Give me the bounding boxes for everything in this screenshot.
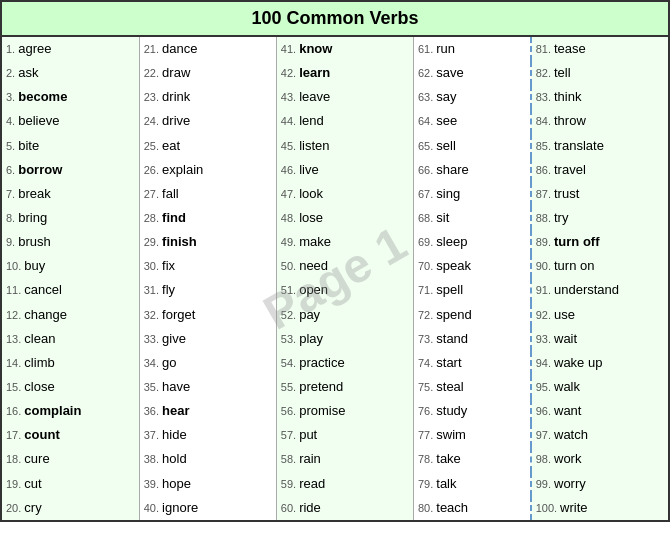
verb-number: 86.: [536, 164, 554, 176]
verb-label: try: [554, 210, 568, 225]
table-cell: 37. hide: [139, 423, 276, 447]
table-cell: 64. see: [413, 109, 530, 133]
verb-label: open: [299, 282, 328, 297]
verb-number: 25.: [144, 140, 162, 152]
verb-label: drink: [162, 89, 190, 104]
verb-label: change: [24, 307, 67, 322]
table-cell: 18. cure: [2, 447, 139, 471]
verb-number: 73.: [418, 333, 436, 345]
verb-number: 24.: [144, 115, 162, 127]
verb-label: wait: [554, 331, 577, 346]
verb-number: 77.: [418, 429, 436, 441]
verb-label: sing: [436, 186, 460, 201]
verb-label: eat: [162, 138, 180, 153]
verb-label: need: [299, 258, 328, 273]
table-cell: 59. read: [276, 472, 413, 496]
verb-number: 39.: [144, 478, 162, 490]
verb-label: talk: [436, 476, 456, 491]
verb-number: 94.: [536, 357, 554, 369]
verb-label: worry: [554, 476, 586, 491]
table-cell: 46. live: [276, 158, 413, 182]
table-cell: 53. play: [276, 327, 413, 351]
verb-label: cry: [24, 500, 41, 515]
table-cell: 30. fix: [139, 254, 276, 278]
verb-label: translate: [554, 138, 604, 153]
verb-number: 32.: [144, 309, 162, 321]
verb-number: 15.: [6, 381, 24, 393]
verb-label: fly: [162, 282, 175, 297]
verb-number: 14.: [6, 357, 24, 369]
table-cell: 19. cut: [2, 472, 139, 496]
verb-number: 56.: [281, 405, 299, 417]
table-cell: 35. have: [139, 375, 276, 399]
verb-number: 9.: [6, 236, 18, 248]
verb-number: 43.: [281, 91, 299, 103]
table-cell: 81. tease: [531, 37, 668, 61]
verb-label: make: [299, 234, 331, 249]
verb-number: 69.: [418, 236, 436, 248]
verb-label: sleep: [436, 234, 467, 249]
table-cell: 99. worry: [531, 472, 668, 496]
table-cell: 94. wake up: [531, 351, 668, 375]
verb-number: 27.: [144, 188, 162, 200]
verb-label: fix: [162, 258, 175, 273]
verb-label: turn off: [554, 234, 599, 249]
verb-label: cure: [24, 451, 49, 466]
verb-number: 89.: [536, 236, 554, 248]
table-cell: 85. translate: [531, 134, 668, 158]
verb-label: study: [436, 403, 467, 418]
verb-number: 88.: [536, 212, 554, 224]
verb-number: 83.: [536, 91, 554, 103]
table-cell: 12. change: [2, 303, 139, 327]
verb-number: 52.: [281, 309, 299, 321]
verb-number: 72.: [418, 309, 436, 321]
table-cell: 50. need: [276, 254, 413, 278]
verb-number: 96.: [536, 405, 554, 417]
verb-number: 20.: [6, 502, 24, 514]
verb-label: sell: [436, 138, 456, 153]
verb-label: leave: [299, 89, 330, 104]
table-cell: 10. buy: [2, 254, 139, 278]
verb-number: 28.: [144, 212, 162, 224]
table-cell: 76. study: [413, 399, 530, 423]
table-cell: 5. bite: [2, 134, 139, 158]
table-cell: 22. draw: [139, 61, 276, 85]
verb-label: see: [436, 113, 457, 128]
table-cell: 71. spell: [413, 278, 530, 302]
verb-number: 7.: [6, 188, 18, 200]
table-cell: 69. sleep: [413, 230, 530, 254]
verb-label: pay: [299, 307, 320, 322]
verb-number: 100.: [536, 502, 560, 514]
verb-number: 70.: [418, 260, 436, 272]
verb-number: 76.: [418, 405, 436, 417]
verb-number: 78.: [418, 453, 436, 465]
verb-label: become: [18, 89, 67, 104]
verb-number: 10.: [6, 260, 24, 272]
table-cell: 89. turn off: [531, 230, 668, 254]
table-cell: 84. throw: [531, 109, 668, 133]
verb-label: borrow: [18, 162, 62, 177]
verb-number: 92.: [536, 309, 554, 321]
verb-number: 19.: [6, 478, 24, 490]
verb-number: 35.: [144, 381, 162, 393]
verb-label: work: [554, 451, 581, 466]
verb-label: ignore: [162, 500, 198, 515]
verb-number: 80.: [418, 502, 436, 514]
verb-number: 11.: [6, 284, 24, 296]
verb-number: 65.: [418, 140, 436, 152]
table-cell: 87. trust: [531, 182, 668, 206]
verb-label: hear: [162, 403, 189, 418]
verb-label: speak: [436, 258, 471, 273]
verb-number: 34.: [144, 357, 162, 369]
verb-number: 16.: [6, 405, 24, 417]
table-cell: 96. want: [531, 399, 668, 423]
table-cell: 9. brush: [2, 230, 139, 254]
verb-number: 4.: [6, 115, 18, 127]
table-cell: 51. open: [276, 278, 413, 302]
verb-label: play: [299, 331, 323, 346]
table-cell: 15. close: [2, 375, 139, 399]
table-cell: 78. take: [413, 447, 530, 471]
verb-number: 38.: [144, 453, 162, 465]
verb-label: agree: [18, 41, 51, 56]
verb-label: rain: [299, 451, 321, 466]
